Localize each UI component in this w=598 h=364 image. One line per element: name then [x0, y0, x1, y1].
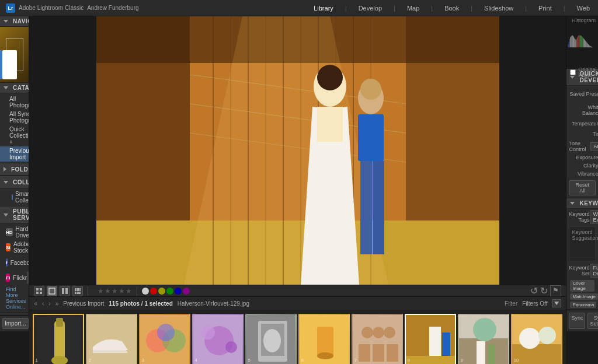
kw-tag-panorama[interactable]: Panorama — [570, 302, 596, 308]
saved-preset-row: Saved Preset Double IPA — [566, 86, 598, 102]
filmstrip-thumb-10[interactable]: 10 — [511, 314, 562, 365]
star-4[interactable]: ★ — [119, 287, 125, 295]
temperature-label: Temperature — [569, 121, 598, 127]
star-2[interactable]: ★ — [105, 287, 111, 295]
tint-label: Tint — [569, 131, 598, 137]
star-3[interactable]: ★ — [112, 287, 118, 295]
publish-hard-drive[interactable]: HD Hard Drive Set Up... — [0, 225, 29, 240]
flickr-icon: Fl — [6, 274, 10, 282]
filmstrip-thumb-4[interactable]: 4 — [192, 314, 244, 365]
sync-settings-btn[interactable]: Sync Settings — [587, 313, 598, 329]
catalog-synced-photos[interactable]: All Synced Photographs 0 — [0, 110, 29, 125]
nav-item-print[interactable]: Print — [536, 4, 554, 13]
catalog-all-photos[interactable]: All Photographs 115 — [0, 94, 29, 110]
svg-rect-92 — [575, 38, 575, 48]
svg-rect-111 — [587, 43, 588, 47]
tone-control-header-row: Tone Control Auto — [566, 139, 598, 153]
top-bar: Lr Adobe Lightroom Classic Andrew Funder… — [0, 0, 598, 16]
hard-drive-icon: HD — [6, 228, 13, 236]
star-1[interactable]: ★ — [98, 287, 104, 295]
filmstrip-thumb-5[interactable]: 5 — [245, 314, 297, 365]
filmstrip-thumb-1[interactable]: 1 — [33, 314, 84, 365]
nav-item-book[interactable]: Book — [442, 4, 461, 13]
svg-rect-91 — [573, 37, 574, 48]
nav-item-develop[interactable]: Develop — [356, 4, 384, 13]
label-green[interactable] — [166, 288, 173, 295]
svg-rect-38 — [79, 288, 81, 291]
nav-item-library[interactable]: Library — [311, 4, 336, 13]
publish-chevron — [4, 214, 8, 216]
catalog-quick-collection[interactable]: Quick Collection + 0 — [0, 125, 29, 146]
keyword-set-dropdown[interactable]: Fundy Designer — [590, 264, 598, 278]
svg-rect-94 — [576, 40, 576, 48]
filmstrip-thumb-8[interactable]: 8 — [405, 314, 456, 365]
svg-rect-113 — [589, 45, 589, 47]
navigator-header[interactable]: Navigator FIT FILL 1:1 3:1 — [0, 16, 29, 27]
reset-all-btn[interactable]: Reset All — [569, 180, 596, 195]
publish-services-header[interactable]: Publish Services + — [0, 206, 29, 223]
catalog-header[interactable]: Catalog — [0, 83, 29, 93]
filter-dropdown-btn[interactable] — [552, 299, 561, 307]
keywording-header[interactable]: Keywording — [566, 198, 598, 209]
filmstrip-thumb-7[interactable]: 7 — [352, 314, 403, 365]
filmstrip-thumb-9[interactable]: 9 — [458, 314, 509, 365]
label-blue[interactable] — [175, 288, 182, 295]
view-loupe-btn[interactable] — [47, 286, 57, 296]
nav-view-rect[interactable] — [6, 38, 23, 71]
star-5[interactable]: ★ — [126, 287, 132, 295]
rotate-right-btn[interactable]: ↻ — [540, 285, 548, 296]
label-white[interactable] — [142, 288, 149, 295]
white-balance-row: White Balance As Shot — [566, 102, 598, 118]
page-next-btn[interactable]: › — [48, 300, 50, 307]
keywording-title: Keywording — [570, 200, 598, 206]
svg-rect-68 — [387, 344, 398, 362]
svg-point-63 — [361, 327, 373, 338]
toolbar-right-icons: ↺ ↻ ⚑ — [530, 285, 561, 296]
sync-btn[interactable]: Sync — [569, 313, 585, 329]
page-prev-btn[interactable]: ‹ — [42, 300, 44, 307]
lr-logo: Lr — [6, 4, 15, 13]
keywording-section: Keywording Keyword Tags Will Export Keyw… — [566, 198, 598, 310]
find-more-services[interactable]: Find More Services Online... — [0, 285, 29, 311]
tone-auto-btn[interactable]: Auto — [590, 142, 598, 150]
nav-item-map[interactable]: Map — [405, 4, 422, 13]
catalog-previous-import[interactable]: Previous Import 115 — [0, 146, 29, 162]
view-survey-btn[interactable] — [72, 286, 83, 296]
filmstrip-thumb-2[interactable]: 2 — [86, 314, 137, 365]
view-compare-btn[interactable] — [60, 286, 70, 296]
publish-adobe-stock[interactable]: St Adobe Stock Set Up... — [0, 240, 29, 255]
main-layout: Navigator FIT FILL 1:1 3:1 — [0, 16, 598, 331]
rotate-left-btn[interactable]: ↺ — [530, 285, 538, 296]
catalog-chevron — [4, 86, 8, 89]
thumb-10-num: 10 — [513, 358, 519, 363]
catalog-items: All Photographs 115 All Synced Photograp… — [0, 93, 29, 163]
center-panel: ★ ★ ★ ★ ★ ↺ ↻ ⚑ — [29, 16, 566, 331]
filmstrip-thumb-3[interactable]: 3 — [139, 314, 190, 365]
view-grid-btn[interactable] — [34, 286, 44, 296]
page-last-btn[interactable]: » — [55, 300, 59, 307]
label-red[interactable] — [150, 288, 157, 295]
kw-tag-cover-image[interactable]: Cover Image — [570, 280, 594, 292]
label-purple[interactable] — [183, 288, 190, 295]
publish-services-section: Publish Services + HD Hard Drive Set Up.… — [0, 206, 29, 313]
svg-rect-87 — [571, 37, 572, 48]
collections-header[interactable]: Collections + — [0, 176, 29, 188]
facebook-icon: f — [6, 258, 8, 267]
page-first-btn[interactable]: « — [34, 300, 37, 307]
nav-item-web[interactable]: Web — [575, 4, 592, 13]
filter-value[interactable]: Filters Off — [522, 300, 547, 307]
filmstrip-thumb-6[interactable]: 6 — [298, 314, 350, 365]
smart-collection-item[interactable]: Smart Collecti... — [0, 190, 29, 205]
publish-flickr[interactable]: Fl Flickr Set Up... — [0, 270, 29, 285]
label-yellow[interactable] — [158, 288, 165, 295]
flag-btn[interactable]: ⚑ — [550, 285, 561, 296]
kw-tag-main-image[interactable]: MainImage — [570, 293, 598, 300]
import-button[interactable]: Import... — [2, 318, 29, 329]
keyword-tags-dropdown[interactable]: Will Export — [590, 210, 598, 224]
nav-item-slideshow[interactable]: Slideshow — [482, 4, 516, 13]
publish-facebook[interactable]: f Facebook Set Up... — [0, 255, 29, 270]
original-photo-checkbox[interactable] — [570, 69, 576, 75]
flickr-setup-btn[interactable]: Set Up... — [27, 271, 29, 284]
folders-header[interactable]: Folders + — [0, 163, 29, 176]
svg-point-64 — [373, 327, 384, 338]
